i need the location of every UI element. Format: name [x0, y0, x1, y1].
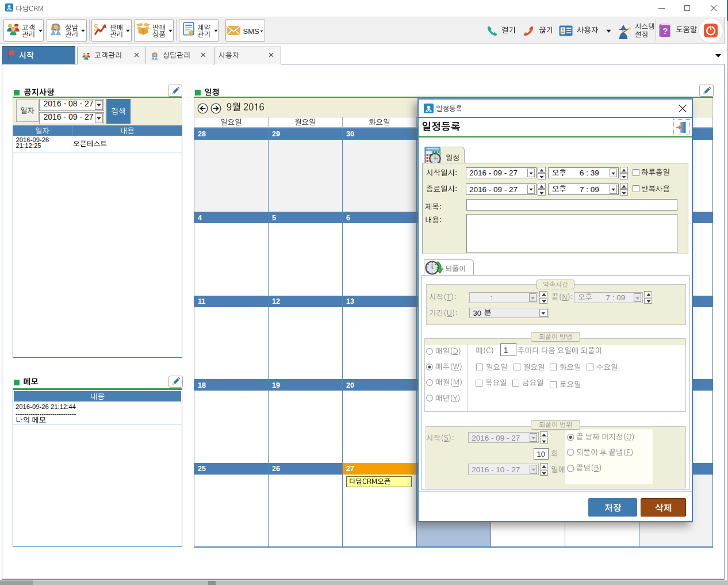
- svg-text:?: ?: [662, 25, 668, 35]
